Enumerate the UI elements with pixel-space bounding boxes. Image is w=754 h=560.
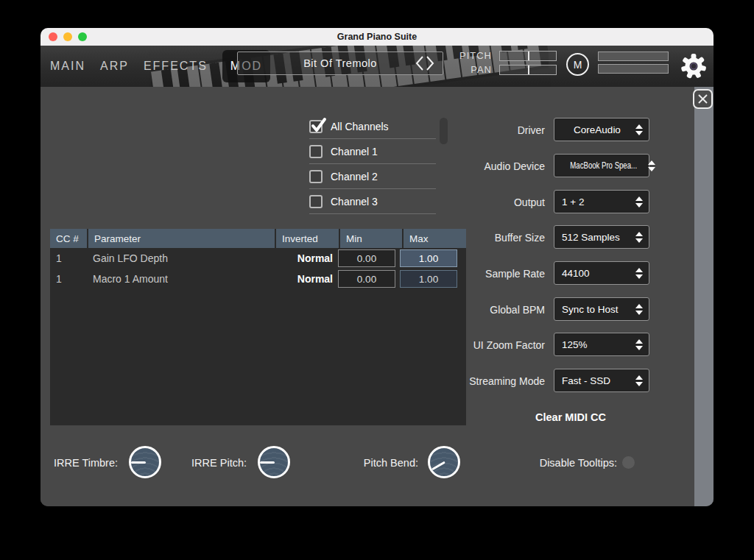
- meter-bar-1: [598, 52, 669, 61]
- tab-arp[interactable]: ARP: [100, 60, 129, 73]
- meter-bar-2: [598, 64, 669, 74]
- column-min: Min: [340, 229, 402, 248]
- checkbox-unchecked[interactable]: [309, 145, 323, 158]
- cc-number: 1: [50, 252, 87, 264]
- checkbox-checked[interactable]: [309, 120, 323, 133]
- irre-pitch-label: IRRE Pitch:: [173, 457, 247, 469]
- channel-label: Channel 2: [331, 171, 378, 182]
- channel-label: Channel 3: [331, 196, 378, 208]
- up-down-arrows-icon: [635, 232, 643, 243]
- column-max: Max: [404, 229, 466, 248]
- pitch-bend-label: Pitch Bend:: [335, 457, 418, 469]
- midi-cc-table: CC # Parameter Inverted Min Max 1 Gain L…: [50, 229, 466, 425]
- checkmark-icon: [310, 116, 328, 134]
- pitch-label: PITCH: [448, 50, 492, 61]
- preset-nav: [415, 55, 435, 71]
- up-down-arrows-icon: [635, 268, 643, 279]
- channel-row-1[interactable]: Channel 1: [309, 139, 436, 164]
- clear-midi-cc-button[interactable]: Clear MIDI CC: [504, 411, 637, 423]
- min-value-input[interactable]: 0.00: [338, 249, 395, 267]
- close-panel-button[interactable]: [693, 89, 713, 109]
- right-scrollbar-track[interactable]: [694, 87, 714, 506]
- pitch-bend-knob[interactable]: [428, 446, 460, 478]
- max-value-input[interactable]: 1.00: [400, 270, 457, 288]
- tab-main[interactable]: MAIN: [50, 60, 85, 73]
- column-parameter: Parameter: [88, 229, 275, 248]
- checkbox-unchecked[interactable]: [309, 195, 323, 208]
- midi-button[interactable]: M: [566, 53, 589, 76]
- checkbox-unchecked[interactable]: [309, 170, 323, 183]
- max-value-input[interactable]: 1.00: [400, 249, 457, 267]
- minimize-window-button[interactable]: [63, 32, 72, 41]
- window-controls: [49, 32, 87, 41]
- streaming-mode-select[interactable]: Fast - SSD: [554, 369, 649, 392]
- close-window-button[interactable]: [49, 32, 57, 41]
- channel-row-all[interactable]: All Channels: [309, 114, 436, 139]
- driver-label: Driver: [420, 124, 545, 136]
- settings-panel: All Channels Channel 1 Channel 2 Channel…: [40, 87, 714, 506]
- output-select[interactable]: 1 + 2: [554, 190, 649, 213]
- column-inverted: Inverted: [276, 229, 339, 248]
- gear-icon[interactable]: [680, 53, 707, 79]
- table-header: CC # Parameter Inverted Min Max: [50, 229, 466, 248]
- knob-pointer: [431, 461, 445, 469]
- parameter-name: Macro 1 Amount: [87, 273, 273, 285]
- table-row[interactable]: 1 Gain LFO Depth Normal 0.00 1.00: [50, 248, 466, 269]
- irre-pitch-knob[interactable]: [258, 446, 290, 478]
- titlebar: Grand Piano Suite: [40, 28, 714, 46]
- window-title: Grand Piano Suite: [337, 32, 417, 42]
- irre-timbre-label: IRRE Timbre:: [40, 457, 118, 469]
- preset-selector[interactable]: Bit Of Tremolo: [237, 52, 443, 75]
- channel-label: All Channels: [331, 121, 389, 132]
- midi-channel-list: All Channels Channel 1 Channel 2 Channel…: [309, 114, 436, 214]
- inverted-state[interactable]: Normal: [273, 252, 336, 264]
- table-row[interactable]: 1 Macro 1 Amount Normal 0.00 1.00: [50, 269, 466, 289]
- min-value-input[interactable]: 0.00: [338, 270, 395, 288]
- chevron-right-icon[interactable]: [425, 55, 435, 71]
- driver-select[interactable]: CoreAudio: [554, 118, 649, 141]
- pan-label: PAN: [448, 64, 492, 75]
- sample-rate-select[interactable]: 44100: [554, 261, 649, 285]
- zoom-window-button[interactable]: [78, 32, 87, 41]
- buffer-size-select[interactable]: 512 Samples: [554, 225, 649, 249]
- plugin-window: Grand Piano Suite MAIN ARP EFFECTS MOD B…: [40, 28, 714, 506]
- ui-zoom-factor-select[interactable]: 125%: [554, 333, 649, 356]
- parameter-name: Gain LFO Depth: [87, 252, 273, 264]
- channel-row-3[interactable]: Channel 3: [309, 189, 436, 214]
- up-down-arrows-icon: [635, 196, 643, 208]
- channel-row-2[interactable]: Channel 2: [309, 164, 436, 189]
- inverted-state[interactable]: Normal: [273, 273, 336, 285]
- irre-timbre-knob[interactable]: [129, 446, 161, 478]
- pan-slider[interactable]: [499, 65, 557, 75]
- cc-number: 1: [50, 273, 87, 285]
- audio-device-label: Audio Device: [420, 160, 545, 172]
- up-down-arrows-icon: [635, 304, 643, 315]
- pan-slider-handle[interactable]: [528, 65, 529, 74]
- disable-tooltips-toggle[interactable]: [622, 456, 635, 469]
- output-label: Output: [420, 196, 545, 208]
- column-cc: CC #: [50, 229, 87, 248]
- global-bpm-select[interactable]: Sync to Host: [554, 297, 649, 321]
- knob-pointer: [260, 461, 275, 464]
- knob-pointer: [131, 461, 146, 464]
- chevron-left-icon[interactable]: [415, 55, 425, 71]
- disable-tooltips-label: Disable Tooltips:: [512, 457, 617, 469]
- preset-name: Bit Of Tremolo: [303, 57, 377, 69]
- x-icon: [697, 93, 708, 104]
- pitch-slider-handle[interactable]: [528, 52, 529, 60]
- audio-device-select[interactable]: MacBook Pro Spea...: [554, 154, 649, 177]
- tab-effects[interactable]: EFFECTS: [144, 60, 208, 73]
- pitch-slider[interactable]: [499, 51, 557, 61]
- up-down-arrows-icon: [648, 160, 655, 171]
- channel-label: Channel 1: [331, 146, 378, 157]
- up-down-arrows-icon: [635, 339, 643, 350]
- up-down-arrows-icon: [635, 124, 643, 135]
- plugin-header: MAIN ARP EFFECTS MOD Bit Of Tremolo PITC…: [40, 46, 714, 87]
- up-down-arrows-icon: [635, 375, 643, 386]
